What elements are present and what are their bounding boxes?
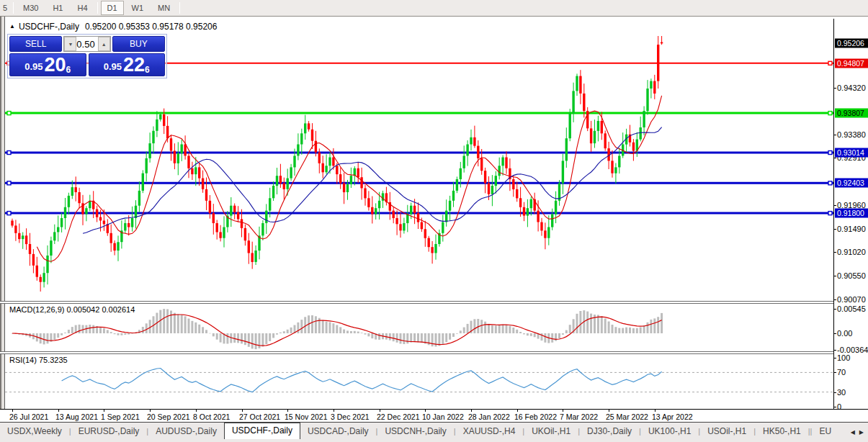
chart-tab-eurusd[interactable]: EURUSD-,Daily — [71, 424, 147, 439]
axis-tick — [834, 252, 836, 253]
chart-tab-audusd[interactable]: AUDUSD-,Daily — [148, 424, 224, 439]
lot-decrease-button[interactable]: ▼ — [64, 37, 76, 51]
timeframe-button-w1[interactable]: W1 — [125, 1, 151, 15]
date-tick — [655, 410, 656, 412]
date-axis-label: 8 Oct 2021 — [193, 412, 230, 421]
rsi-axis-label: 100 — [837, 353, 850, 362]
rsi-axis-label: 70 — [837, 368, 846, 376]
axis-tick — [834, 407, 836, 407]
date-tick — [287, 410, 288, 412]
scroll-right-icon[interactable]: ▶ — [859, 429, 864, 436]
scroll-left-icon[interactable]: ◀ — [851, 429, 855, 436]
axis-tick — [834, 88, 836, 89]
macd-panel[interactable]: MACD(12,26,9) 0.005042 0.002614 — [5, 304, 833, 351]
hline-price-badge: 0.93014 — [835, 148, 868, 158]
chart-tab-bar: USDX,Weekly|EURUSD-,Daily|AUDUSD-,DailyU… — [0, 422, 868, 439]
axis-tick — [834, 309, 836, 310]
window-left-border — [0, 17, 5, 422]
date-axis-label: 28 Jan 2022 — [468, 412, 510, 421]
chart-tab-usdcad[interactable]: USDCAD-,Daily — [300, 424, 376, 439]
timeframe-button-d1[interactable]: D1 — [101, 1, 124, 15]
rsi-panel[interactable]: RSI(14) 75.3235 — [5, 354, 833, 409]
date-axis[interactable]: 26 Jul 2021 13 Aug 2021 1 Sep 2021 20 Se… — [0, 409, 868, 422]
tab-scroll-buttons: ◀▶ — [849, 429, 868, 439]
axis-tick — [834, 205, 836, 206]
date-axis-label: 20 Sep 2021 — [147, 412, 190, 421]
timeframe-button-mn[interactable]: MN — [151, 1, 176, 15]
chart-tab-uk100[interactable]: UK100-,H1 — [641, 424, 698, 439]
chart-tab-partial[interactable]: EU — [812, 424, 838, 439]
sell-price-button[interactable]: 0.95206 — [9, 53, 86, 76]
buy-price-prefix: 0.95 — [104, 61, 122, 72]
chart-tab-usdcnh[interactable]: USDCNH-,Daily — [377, 424, 453, 439]
lot-increase-button[interactable]: ▲ — [98, 37, 110, 51]
price-axis-label: 0.91490 — [837, 225, 866, 233]
axis-tick — [834, 358, 836, 358]
chart-tab-hk50[interactable]: HK50-,H1 — [756, 424, 808, 439]
chart-tab-dj30[interactable]: DJ30-,Daily — [580, 424, 639, 439]
timeframe-button-partial[interactable]: 5 — [1, 1, 10, 15]
toolbar-separator — [97, 2, 98, 14]
date-axis-label: 25 Mar 2022 — [606, 412, 648, 421]
one-click-trade-panel: SELL ▼ 0.50 ▲ BUY 0.95206 0.95226 — [7, 34, 167, 78]
bottom-strip — [0, 439, 868, 442]
sell-button[interactable]: SELL — [9, 36, 62, 52]
sell-price-big-digits: 20 — [45, 55, 66, 74]
date-axis-label: 27 Oct 2021 — [239, 412, 280, 421]
symbol-period-label: USDCHF-,Daily — [19, 22, 79, 32]
price-axis-label: 0.93380 — [837, 130, 866, 139]
price-axis-label: 0.90550 — [837, 271, 866, 280]
date-tick — [471, 410, 472, 412]
axis-tick — [834, 276, 836, 276]
date-axis-label: 15 Nov 2021 — [285, 412, 328, 421]
buy-price-button[interactable]: 0.95226 — [89, 53, 166, 76]
toolbar-separator — [179, 2, 180, 14]
date-tick — [380, 410, 380, 412]
axis-tick — [834, 333, 836, 334]
date-axis-label: 13 Aug 2021 — [55, 412, 98, 421]
date-tick — [150, 410, 151, 412]
timeframe-button-h1[interactable]: H1 — [46, 1, 69, 15]
date-axis-label: 13 Apr 2022 — [652, 412, 693, 421]
price-axis-label: 0.91020 — [837, 248, 866, 256]
rsi-axis-label: 30 — [837, 388, 846, 397]
price-axis[interactable]: 0.94320 0.93380 0.92910 0.91960 0.91490 … — [833, 19, 868, 409]
hline-price-badge: 0.92403 — [835, 179, 868, 188]
axis-tick — [834, 350, 836, 351]
date-axis-label: 10 Jan 2022 — [422, 412, 464, 421]
axis-tick — [834, 158, 836, 158]
chart-tab-usdx[interactable]: USDX,Weekly — [0, 424, 69, 439]
chart-tab-ukoil[interactable]: UKOil-,H1 — [524, 424, 578, 439]
buy-price-pip: 6 — [145, 66, 150, 74]
rsi-label: RSI(14) 75.3235 — [9, 356, 68, 364]
date-axis-label: 7 Mar 2022 — [560, 412, 598, 421]
trading-app: 5M30H1H4D1W1MN MACD(12,26,9) 0.005042 0.… — [0, 0, 868, 442]
buy-button[interactable]: BUY — [112, 36, 165, 52]
chart-tab-xauusd[interactable]: XAUUSD-,H4 — [456, 424, 523, 439]
ohlc-values: 0.95200 0.95353 0.95178 0.95206 — [85, 22, 218, 32]
date-tick — [58, 410, 59, 412]
axis-tick — [834, 229, 836, 230]
axis-tick — [834, 392, 836, 393]
axis-tick — [834, 299, 836, 300]
chart-tab-usoil[interactable]: USOil-,H1 — [700, 424, 753, 439]
current-price-badge: 0.95206 — [835, 39, 868, 48]
date-axis-label: 22 Dec 2021 — [377, 412, 420, 421]
price-axis-label: 0.94320 — [837, 84, 866, 92]
macd-axis-label: 0.00545 — [837, 305, 866, 313]
sell-price-pip: 6 — [66, 66, 71, 74]
date-axis-label: 16 Feb 2022 — [514, 412, 557, 421]
macd-label: MACD(12,26,9) 0.005042 0.002614 — [9, 305, 135, 314]
date-axis-label: 26 Jul 2021 — [9, 412, 48, 421]
chart-title: ▲USDCHF-,Daily0.95200 0.95353 0.95178 0.… — [9, 22, 217, 32]
lot-size-control: ▼ 0.50 ▲ — [63, 36, 110, 52]
lot-size-input[interactable]: 0.50 — [76, 37, 97, 51]
chart-tab-usdchf[interactable]: USDCHF-,Daily — [224, 423, 300, 439]
timeframe-button-m30[interactable]: M30 — [17, 1, 45, 15]
timeframe-button-h4[interactable]: H4 — [71, 1, 94, 15]
date-tick — [104, 410, 104, 412]
collapse-triangle-icon[interactable]: ▲ — [9, 23, 15, 30]
date-tick — [196, 410, 197, 412]
sell-price-prefix: 0.95 — [24, 61, 42, 72]
timeframe-toolbar: 5M30H1H4D1W1MN — [0, 0, 868, 17]
